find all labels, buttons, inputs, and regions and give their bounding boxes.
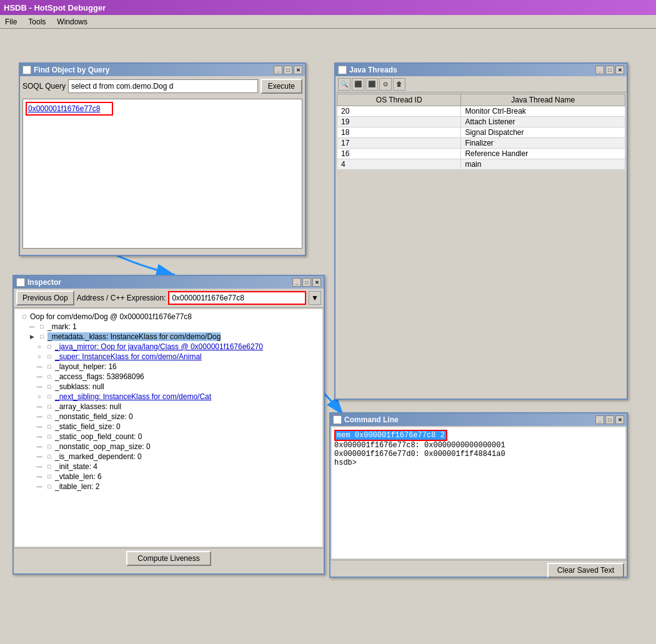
table-row[interactable]: 17Finalizer: [337, 138, 625, 149]
table-row[interactable]: 20Monitor Ctrl-Break: [337, 106, 625, 117]
table-row[interactable]: 18Signal Dispatcher: [337, 127, 625, 138]
execute-button[interactable]: Execute: [261, 79, 302, 94]
threads-minimize-btn[interactable]: _: [595, 66, 604, 74]
tree-node-text[interactable]: _java_mirror: Oop for java/lang/Class @ …: [55, 342, 263, 351]
tree-leaf-icon: —: [35, 482, 44, 491]
find-maximize-btn[interactable]: □: [284, 66, 292, 74]
threads-tool-run[interactable]: ⬛: [365, 78, 378, 91]
command-titlebar[interactable]: □ Command Line _ □ ✕: [330, 414, 627, 426]
tree-leaf-icon: —: [35, 362, 44, 371]
find-close-btn[interactable]: ✕: [294, 66, 302, 74]
command-minimize-btn[interactable]: _: [595, 415, 604, 424]
inspector-titlebar[interactable]: □ Inspector _ □ ✕: [14, 276, 324, 289]
tree-node-text: _static_field_size: 0: [55, 422, 121, 431]
tree-node-text: _metadata._klass: InstanceKlass for com/…: [47, 332, 221, 341]
command-titlebar-left: □ Command Line: [333, 415, 399, 424]
table-row[interactable]: 4main: [337, 159, 625, 170]
inspector-close-btn[interactable]: ✕: [312, 278, 321, 287]
tree-file-icon: □: [45, 362, 54, 371]
menu-file[interactable]: File: [2, 17, 19, 27]
tree-leaf-icon: —: [27, 322, 36, 331]
tree-node[interactable]: ▶□_metadata._klass: InstanceKlass for co…: [17, 332, 320, 342]
addr-input[interactable]: [168, 291, 306, 305]
inspector-toolbar: Previous Oop Address / C++ Expression: ▼: [14, 289, 324, 308]
clear-saved-text-button[interactable]: Clear Saved Text: [547, 563, 624, 578]
threads-titlebar-buttons: _ □ ✕: [595, 66, 624, 74]
tree-node: —□_vtable_len: 6: [17, 472, 320, 482]
menu-tools[interactable]: Tools: [26, 17, 48, 27]
inspector-titlebar-buttons: _ □ ✕: [292, 278, 321, 287]
command-maximize-btn[interactable]: □: [605, 415, 614, 424]
threads-col-name: Java Thread Name: [461, 94, 625, 106]
threads-tool-delete[interactable]: 🗑: [393, 78, 405, 91]
tree-file-icon: □: [45, 342, 54, 351]
tree-node[interactable]: □Oop for com/demo/Dog @ 0x000001f1676e77…: [17, 312, 320, 322]
inspector-tree: □Oop for com/demo/Dog @ 0x000001f1676e77…: [15, 309, 322, 547]
threads-panel-title: Java Threads: [349, 66, 397, 74]
addr-dropdown[interactable]: ▼: [309, 291, 321, 305]
tree-node-text: Oop for com/demo/Dog @ 0x000001f1676e77c…: [30, 312, 192, 321]
threads-col-id: OS Thread ID: [337, 94, 461, 106]
command-titlebar-buttons: _ □ ✕: [595, 415, 624, 424]
addr-label: Address / C++ Expression:: [77, 294, 166, 302]
command-output-line: 0x000001f1676e77d0: 0x000001f1f48841a0: [334, 450, 623, 458]
threads-tool-stop[interactable]: ⬛: [352, 78, 364, 91]
tree-file-icon: □: [45, 352, 54, 361]
thread-id: 20: [337, 106, 461, 117]
compute-liveness-button[interactable]: Compute Liveness: [126, 551, 211, 566]
tree-node-text: _layout_helper: 16: [55, 362, 117, 371]
command-output: 0x000001f1676e77c8: 0x00000000000000010x…: [334, 441, 623, 467]
tree-leaf-icon: —: [35, 402, 44, 411]
inspector-panel-icon: □: [16, 278, 25, 287]
tree-leaf-icon: —: [35, 462, 44, 471]
tree-folder-icon: □: [37, 332, 46, 341]
tree-leaf-icon: —: [35, 382, 44, 391]
tree-file-icon: □: [45, 412, 54, 421]
threads-tool-monitor[interactable]: ⊙: [379, 78, 392, 91]
tree-file-icon: □: [37, 322, 46, 331]
inspector-maximize-btn[interactable]: □: [302, 278, 311, 287]
tree-node: ○□_super: InstanceKlass for com/demo/Ani…: [17, 352, 320, 362]
find-minimize-btn[interactable]: _: [274, 66, 282, 74]
menu-windows[interactable]: Windows: [54, 17, 90, 27]
threads-maximize-btn[interactable]: □: [605, 66, 614, 74]
tree-node: —□_static_field_size: 0: [17, 422, 320, 432]
table-row[interactable]: 19Attach Listener: [337, 117, 625, 127]
tree-file-icon: □: [45, 482, 54, 491]
threads-panel-icon: □: [338, 66, 347, 74]
threads-titlebar[interactable]: □ Java Threads _ □ ✕: [335, 64, 627, 76]
tree-expand-icon[interactable]: ▶: [27, 332, 36, 341]
threads-close-btn[interactable]: ✕: [615, 66, 624, 74]
tree-file-icon: □: [45, 372, 54, 381]
command-close-btn[interactable]: ✕: [615, 415, 624, 424]
thread-id: 18: [337, 127, 461, 138]
table-row[interactable]: 16Reference Handler: [337, 149, 625, 159]
inspector-minimize-btn[interactable]: _: [292, 278, 301, 287]
tree-file-icon: □: [45, 472, 54, 481]
tree-node: —□_nonstatic_oop_map_size: 0: [17, 442, 320, 452]
tree-node: —□_array_klasses: null: [17, 402, 320, 412]
tree-leaf-icon: —: [35, 422, 44, 431]
query-input[interactable]: [68, 79, 258, 93]
tree-node: ○□_next_sibling: InstanceKlass for com/d…: [17, 392, 320, 402]
tree-node-text[interactable]: _next_sibling: InstanceKlass for com/dem…: [55, 392, 211, 401]
find-titlebar-buttons: _ □ ✕: [274, 66, 302, 74]
inspector-panel-title: Inspector: [27, 278, 61, 287]
thread-id: 16: [337, 149, 461, 159]
app-title: HSDB - HotSpot Debugger: [4, 3, 106, 12]
tree-leaf-icon: —: [35, 412, 44, 421]
prev-oop-button[interactable]: Previous Oop: [16, 290, 74, 305]
find-panel-icon: □: [22, 66, 31, 74]
find-panel-titlebar[interactable]: □ Find Object by Query _ □ ✕: [20, 64, 305, 76]
tree-node-text[interactable]: _super: InstanceKlass for com/demo/Anima…: [55, 352, 202, 361]
result-link[interactable]: 0x000001f1676e77c8: [26, 102, 113, 116]
threads-titlebar-left: □ Java Threads: [338, 66, 397, 74]
tree-node: ○□_java_mirror: Oop for java/lang/Class …: [17, 342, 320, 352]
threads-table: OS Thread ID Java Thread Name 20Monitor …: [337, 94, 625, 170]
tree-node-text: _is_marked_dependent: 0: [55, 452, 142, 461]
tree-file-icon: □: [45, 432, 54, 441]
threads-tool-search[interactable]: 🔍: [338, 78, 350, 91]
menu-bar: File Tools Windows: [0, 15, 656, 29]
tree-node-text: _nonstatic_oop_map_size: 0: [55, 442, 151, 451]
tree-node: —□_layout_helper: 16: [17, 362, 320, 372]
